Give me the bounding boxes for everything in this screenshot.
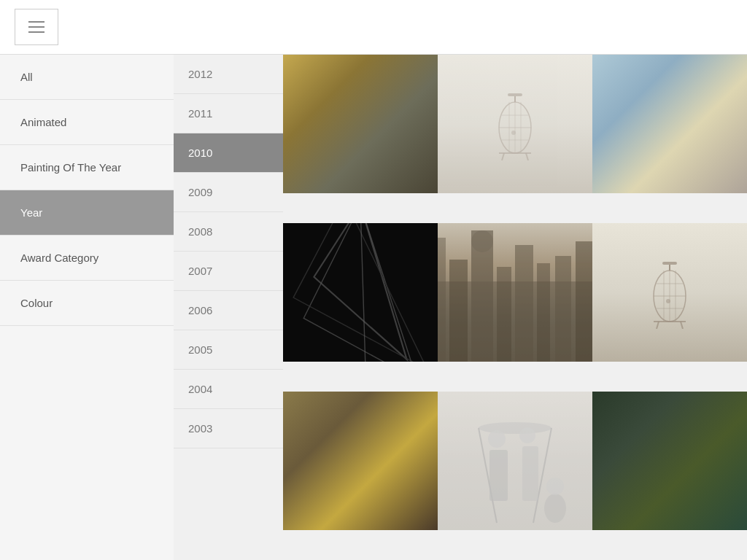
filter-item-painting-of-the-year[interactable]: Painting Of The Year xyxy=(0,145,174,190)
artwork-5 xyxy=(438,223,592,362)
svg-marker-13 xyxy=(314,223,406,359)
artwork-2 xyxy=(438,55,592,193)
svg-rect-0 xyxy=(508,93,522,96)
filter-nav: AllAnimatedPainting Of The YearYearAward… xyxy=(0,55,174,560)
svg-marker-15 xyxy=(293,223,427,362)
main-content: AllAnimatedPainting Of The YearYearAward… xyxy=(0,55,747,560)
year-item-2005[interactable]: 2005 xyxy=(174,330,283,370)
gallery-cell-8[interactable] xyxy=(438,392,592,530)
year-item-2011[interactable]: 2011 xyxy=(174,94,283,133)
gallery-cell-5[interactable] xyxy=(438,223,592,362)
svg-rect-19 xyxy=(438,238,446,362)
year-list: 2012201120102009200820072006200520042003 xyxy=(174,55,283,560)
header xyxy=(0,0,747,55)
filter-item-animated[interactable]: Animated xyxy=(0,100,174,145)
svg-line-40 xyxy=(681,322,683,329)
year-item-2006[interactable]: 2006 xyxy=(174,291,283,330)
svg-rect-46 xyxy=(522,446,538,501)
gallery-cell-3[interactable] xyxy=(592,55,747,193)
filter-item-all[interactable]: All xyxy=(0,55,174,100)
artwork-4 xyxy=(283,223,438,362)
artwork-8 xyxy=(438,392,592,530)
svg-line-16 xyxy=(360,223,365,362)
gallery-cell-9[interactable] xyxy=(592,392,747,530)
year-item-2003[interactable]: 2003 xyxy=(174,409,283,448)
hamburger-line-3 xyxy=(28,31,44,33)
svg-line-39 xyxy=(657,322,659,329)
year-item-2008[interactable]: 2008 xyxy=(174,212,283,252)
svg-line-11 xyxy=(526,153,528,160)
svg-line-10 xyxy=(502,153,504,160)
svg-point-12 xyxy=(511,131,516,135)
artwork-6 xyxy=(592,223,747,362)
year-item-2004[interactable]: 2004 xyxy=(174,370,283,409)
year-item-2010[interactable]: 2010 xyxy=(174,133,283,173)
hamburger-line-1 xyxy=(28,21,44,23)
svg-point-42 xyxy=(479,422,551,434)
svg-point-49 xyxy=(544,494,566,523)
gallery-cell-2[interactable] xyxy=(438,55,592,193)
gallery-cell-7[interactable] xyxy=(283,392,438,530)
gallery-cell-1[interactable] xyxy=(283,55,438,193)
menu-button[interactable] xyxy=(15,9,58,45)
artwork-3 xyxy=(592,55,747,193)
hamburger-line-2 xyxy=(28,26,44,28)
artwork-9 xyxy=(592,392,747,530)
svg-rect-25 xyxy=(537,263,550,362)
svg-point-50 xyxy=(546,478,564,495)
year-item-2012[interactable]: 2012 xyxy=(174,55,283,94)
hamburger-icon xyxy=(28,21,44,33)
filter-item-award-category[interactable]: Award Category xyxy=(0,236,174,281)
filter-item-year[interactable]: Year xyxy=(0,190,174,236)
svg-rect-20 xyxy=(449,260,468,362)
gallery-cell-4[interactable] xyxy=(283,223,438,362)
svg-rect-27 xyxy=(576,241,592,362)
artwork-1 xyxy=(283,55,438,193)
svg-rect-45 xyxy=(489,450,508,501)
svg-rect-24 xyxy=(515,245,533,362)
svg-point-47 xyxy=(488,430,506,448)
svg-point-41 xyxy=(666,299,670,303)
year-item-2009[interactable]: 2009 xyxy=(174,173,283,212)
svg-marker-14 xyxy=(303,223,417,362)
svg-rect-26 xyxy=(555,256,571,362)
svg-point-48 xyxy=(519,427,535,443)
year-item-2007[interactable]: 2007 xyxy=(174,252,283,291)
artwork-7 xyxy=(283,392,438,530)
gallery-grid xyxy=(283,55,747,560)
gallery-cell-6[interactable] xyxy=(592,223,747,362)
svg-rect-29 xyxy=(662,262,677,265)
filter-item-colour[interactable]: Colour xyxy=(0,281,174,326)
svg-point-22 xyxy=(471,230,493,252)
svg-rect-23 xyxy=(497,267,511,362)
